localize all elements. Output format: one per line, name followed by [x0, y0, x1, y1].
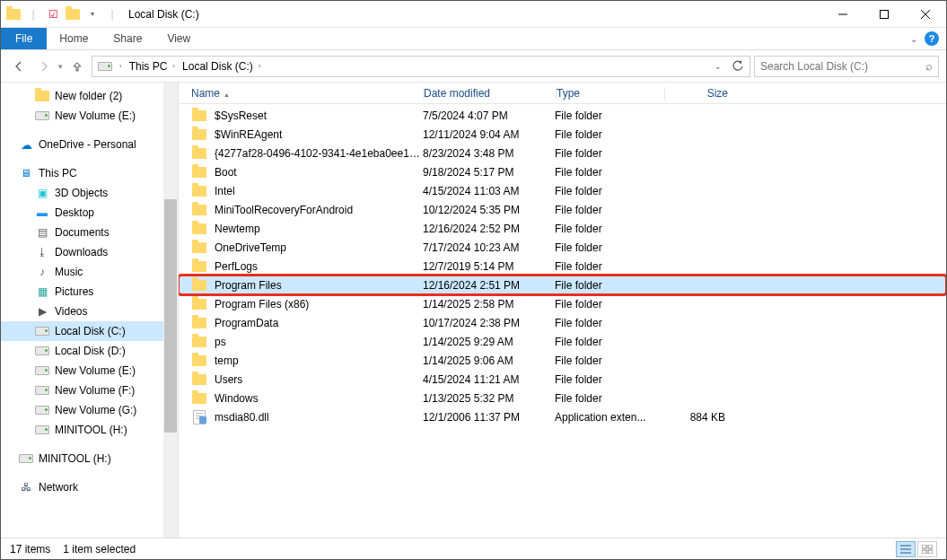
file-row[interactable]: OneDriveTemp7/17/2024 10:23 AMFile folde… [179, 238, 946, 257]
svg-rect-9 [922, 550, 926, 554]
file-row[interactable]: $WinREAgent12/11/2024 9:04 AMFile folder [179, 125, 946, 144]
file-row[interactable]: Boot9/18/2024 5:17 PMFile folder [179, 162, 946, 181]
file-row[interactable]: Windows1/13/2025 5:32 PMFile folder [179, 389, 946, 407]
file-row[interactable]: ProgramData10/17/2024 2:38 PMFile folder [179, 313, 946, 332]
file-row[interactable]: Intel4/15/2024 11:03 AMFile folder [179, 181, 946, 200]
back-button[interactable] [8, 56, 30, 77]
cloud-icon: ☁ [19, 137, 33, 152]
qat-chevron-down-icon[interactable]: ▾ [85, 7, 100, 22]
refresh-icon[interactable] [728, 57, 748, 76]
nav-tree-item[interactable]: New Volume (G:) [1, 400, 178, 420]
search-box[interactable]: ⌕ [754, 56, 939, 77]
file-row[interactable]: Program Files (x86)1/14/2025 2:58 PMFile… [179, 294, 946, 313]
drive-icon [35, 363, 49, 378]
nav-tree-item[interactable]: ♪Music [1, 262, 178, 282]
address-dropdown-icon[interactable]: ⌄ [708, 57, 728, 76]
nav-tree-item[interactable]: New Volume (E:) [1, 361, 178, 381]
file-row[interactable]: {4277af28-0496-4102-9341-4e1eba0ee1ca}8/… [179, 144, 946, 162]
file-type: File folder [555, 185, 662, 197]
nav-tree-item[interactable]: ▦Pictures [1, 282, 178, 302]
folder-icon [191, 148, 207, 159]
nav-tree-item[interactable]: New Volume (E:) [1, 106, 178, 126]
view-details-button[interactable] [896, 541, 916, 557]
forward-button[interactable] [33, 56, 55, 77]
file-name: Windows [215, 392, 423, 405]
view-large-icons-button[interactable] [917, 541, 937, 557]
nav-tree-label: Local Disk (D:) [55, 345, 126, 357]
close-button[interactable] [905, 1, 946, 28]
file-row[interactable]: Program Files12/16/2024 2:51 PMFile fold… [179, 276, 946, 294]
address-bar[interactable]: › This PC› Local Disk (C:)› ⌄ [92, 56, 750, 77]
nav-tree-item[interactable]: New folder (2) [1, 86, 178, 106]
file-row[interactable]: MiniToolRecoveryForAndroid10/12/2024 5:3… [179, 200, 946, 219]
column-type[interactable]: Type [557, 87, 664, 100]
file-tab[interactable]: File [1, 28, 47, 49]
up-button[interactable] [66, 56, 88, 77]
minimize-button[interactable] [822, 1, 864, 28]
tab-share[interactable]: Share [101, 28, 154, 49]
nav-tree-item[interactable]: ☁OneDrive - Personal [1, 135, 178, 154]
file-date: 9/18/2024 5:17 PM [423, 166, 555, 179]
file-type: File folder [555, 128, 662, 141]
file-row[interactable]: PerfLogs12/7/2019 5:14 PMFile folder [179, 257, 946, 276]
nav-tree-item[interactable]: ⭳Downloads [1, 242, 178, 262]
search-icon[interactable]: ⌕ [925, 59, 933, 73]
file-type: File folder [555, 166, 662, 179]
file-row[interactable]: $SysReset7/5/2024 4:07 PMFile folder [179, 106, 946, 125]
folder-icon [191, 355, 207, 366]
breadcrumb[interactable]: Local Disk (C:)› [179, 60, 264, 73]
nav-tree-item[interactable]: New Volume (F:) [1, 381, 178, 400]
breadcrumb[interactable]: This PC› [126, 60, 179, 73]
file-name: PerfLogs [215, 260, 423, 273]
breadcrumb-chevron-icon[interactable]: › [116, 62, 126, 70]
file-row[interactable]: Newtemp12/16/2024 2:52 PMFile folder [179, 219, 946, 238]
help-icon[interactable]: ? [925, 31, 939, 46]
nav-tree-item[interactable]: Local Disk (C:) [1, 321, 178, 341]
tab-home[interactable]: Home [47, 28, 101, 49]
folder-icon [191, 186, 207, 197]
nav-tree-item[interactable]: MINITOOL (H:) [1, 449, 178, 468]
nav-tree-item[interactable]: Local Disk (D:) [1, 341, 178, 361]
qat-properties-icon[interactable]: ☑ [46, 7, 60, 22]
nav-tree-item[interactable]: ▤Documents [1, 223, 178, 242]
ribbon: File Home Share View ⌄ ? [1, 28, 946, 50]
nav-tree-item[interactable]: ▶Videos [1, 302, 178, 321]
file-date: 12/16/2024 2:52 PM [423, 223, 555, 235]
column-name[interactable]: Name▲ [191, 87, 423, 100]
recent-locations-icon[interactable]: ▾ [58, 62, 63, 71]
nav-tree-label: New folder (2) [55, 90, 122, 102]
expand-ribbon-icon[interactable]: ⌄ [910, 34, 917, 44]
nav-scrollbar[interactable] [163, 83, 178, 538]
nav-tree-item[interactable]: 🖧Network [1, 477, 178, 497]
nav-tree-label: Music [55, 266, 83, 278]
file-date: 7/17/2024 10:23 AM [423, 241, 555, 254]
scrollbar-thumb[interactable] [164, 199, 177, 433]
file-row[interactable]: Users4/15/2024 11:21 AMFile folder [179, 370, 946, 389]
file-date: 4/15/2024 11:21 AM [423, 373, 555, 386]
navbar: ▾ › This PC› Local Disk (C:)› ⌄ ⌕ [1, 50, 946, 83]
file-type: File folder [555, 336, 662, 348]
column-size[interactable]: Size [665, 87, 737, 100]
titlebar: | ☑ ▾ | Local Disk (C:) [1, 1, 946, 28]
tab-view[interactable]: View [154, 28, 203, 49]
doc-icon: ▤ [35, 225, 49, 240]
status-item-count: 17 items [10, 543, 50, 556]
file-row[interactable]: temp1/14/2025 9:06 AMFile folder [179, 351, 946, 370]
3d-icon: ▣ [35, 186, 49, 200]
nav-tree-item[interactable]: ▣3D Objects [1, 183, 178, 203]
column-date[interactable]: Date modified [424, 87, 556, 100]
nav-tree-label: OneDrive - Personal [39, 138, 136, 151]
file-date: 1/14/2025 9:06 AM [423, 354, 555, 367]
search-input[interactable] [760, 60, 925, 73]
nav-tree-item[interactable]: MINITOOL (H:) [1, 420, 178, 440]
file-name: $WinREAgent [215, 128, 423, 141]
drive-icon [94, 62, 116, 71]
pic-icon: ▦ [35, 284, 49, 299]
music-icon: ♪ [35, 265, 49, 279]
nav-tree-item[interactable]: ▬Desktop [1, 203, 178, 223]
file-row[interactable]: ps1/14/2025 9:29 AMFile folder [179, 332, 946, 351]
qat-newfolder-icon[interactable] [66, 7, 80, 22]
file-row[interactable]: msdia80.dll12/1/2006 11:37 PMApplication… [179, 407, 946, 426]
nav-tree-item[interactable]: 🖥This PC [1, 163, 178, 183]
maximize-button[interactable] [864, 1, 905, 28]
